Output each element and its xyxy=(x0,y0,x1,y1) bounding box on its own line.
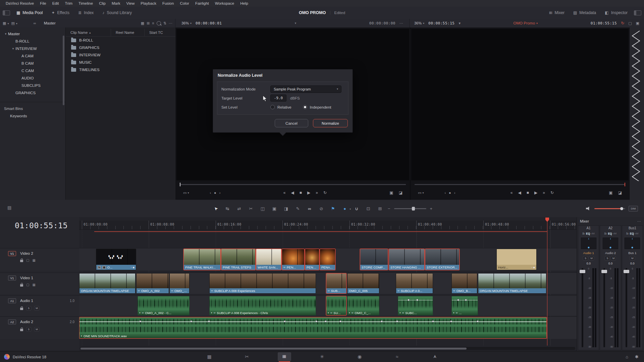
index-button[interactable]: ≣Index xyxy=(74,7,98,19)
media-bin-row-interview[interactable]: INTERVIEW xyxy=(66,51,175,59)
strip-view-icon[interactable]: ▤▾ xyxy=(11,21,17,25)
destination-control-a2[interactable]: A2 xyxy=(8,319,16,324)
timeline-zoom-select[interactable]: 36%▾ xyxy=(414,21,424,25)
video-clip[interactable]: ORGAN MOUNTAIN TIMELAPSE xyxy=(79,273,136,294)
video-clip[interactable]: WHITE SAN... xyxy=(256,249,281,270)
viewer-mode-button[interactable]: ▭ xyxy=(183,191,186,195)
timeline-scrub-bar[interactable] xyxy=(415,184,625,185)
list-view-icon[interactable]: ≡ xyxy=(152,21,154,25)
video-clip[interactable]: ▚▞ ▚▞fx▤O...~ ◆ xyxy=(96,249,136,270)
track-header-a2[interactable]: A2Audio 22.0SM xyxy=(0,316,79,339)
jump-start-button[interactable]: « xyxy=(283,191,286,195)
mute-button[interactable]: M xyxy=(630,256,635,260)
media-pool-button[interactable]: ▦Media Pool xyxy=(12,7,47,19)
keyframe-dot[interactable] xyxy=(450,320,452,322)
stop-button[interactable]: ■ xyxy=(527,191,529,195)
smart-bin-keywords[interactable]: Keywords xyxy=(0,112,65,120)
mute-button[interactable]: M xyxy=(589,256,594,260)
fx-button[interactable]: fx xyxy=(582,232,585,235)
loop-button[interactable]: ↻ xyxy=(323,191,327,195)
menu-fusion[interactable]: Fusion xyxy=(159,1,177,5)
step-back-icon[interactable]: ‹ xyxy=(444,191,446,195)
bin-item-interview[interactable]: ▾INTERVIEW xyxy=(0,45,65,52)
zoom-detail-button[interactable]: ⊡ xyxy=(364,206,372,211)
filmstrip-icon[interactable]: ▦ xyxy=(32,283,35,287)
fader[interactable]: 0-5-10-15-20-25-30-40-50 xyxy=(578,267,599,350)
bin-item-graphics[interactable]: GRAPHICS xyxy=(0,89,65,97)
independent-radio[interactable]: Independent xyxy=(303,105,331,109)
relative-radio[interactable]: Relative xyxy=(270,105,291,109)
audio-clip[interactable]: ●∞... xyxy=(451,296,478,315)
clip-lock-toggle[interactable]: ⊘ xyxy=(317,206,325,211)
solo-button[interactable]: S xyxy=(605,256,610,260)
column-header-reel-name[interactable]: Reel Name xyxy=(111,29,144,36)
video-clip[interactable]: ∞OMO_B... xyxy=(451,273,477,294)
keyframe-dot[interactable] xyxy=(416,299,418,301)
bin-item-b-roll[interactable]: B-ROLL xyxy=(0,38,65,45)
flag-button[interactable]: ⚑ xyxy=(329,206,337,211)
track-header-a1[interactable]: A1Audio 11.0SM xyxy=(0,295,79,316)
bin-root[interactable]: ▾Master xyxy=(0,30,65,38)
destination-control-a1[interactable]: A1 xyxy=(8,298,16,303)
fx-button[interactable]: fx xyxy=(626,232,629,235)
disable-track-icon[interactable]: ▢ xyxy=(26,283,29,287)
source-scrub-playhead[interactable] xyxy=(180,183,180,186)
fader-handle[interactable] xyxy=(580,270,585,273)
sort-order-icon[interactable]: ⇅ xyxy=(163,21,166,25)
project-settings-button[interactable]: ✱ xyxy=(635,354,639,359)
lock-icon[interactable] xyxy=(20,284,23,287)
menu-davinci-resolve[interactable]: DaVinci Resolve xyxy=(3,1,37,5)
mute-button[interactable]: M xyxy=(34,327,39,331)
target-level-input[interactable] xyxy=(270,95,286,102)
pan-control[interactable] xyxy=(624,237,641,250)
menu-playback[interactable]: Playback xyxy=(138,1,159,5)
step-back-icon[interactable]: ‹ xyxy=(210,191,211,195)
timeline-viewer-screen[interactable] xyxy=(411,29,629,180)
video-clip[interactable]: ∞OMO_A_002 xyxy=(136,273,169,294)
video-clip[interactable]: ∞OMO_C_... xyxy=(169,273,190,294)
play-button[interactable]: ▶ xyxy=(307,191,310,195)
video-clip[interactable]: ORGAN MOUNTAIN TIMELAPSE xyxy=(478,273,546,294)
viewer-mode-button[interactable]: ▭ xyxy=(418,191,421,195)
normalization-mode-select[interactable]: Sample Peak Program ▾ xyxy=(270,85,341,93)
audio-clip[interactable]: ●∞SUBC... xyxy=(398,296,433,315)
normalize-button[interactable]: Normalize xyxy=(313,119,348,127)
metadata-button[interactable]: ▤Metadata xyxy=(569,7,600,19)
viewer-layout-icon[interactable]: ▢ xyxy=(628,21,632,25)
eq-button[interactable]: EQ xyxy=(630,232,634,235)
video-clip[interactable]: STORE COMP... xyxy=(360,249,388,270)
bin-item-subclips[interactable]: SUBCLIPS xyxy=(0,82,65,89)
solo-button[interactable]: S xyxy=(26,327,31,331)
step-forward-icon[interactable]: › xyxy=(219,191,221,195)
overwrite-clip-button[interactable]: ▣ xyxy=(270,206,278,211)
audio-clip[interactable]: ●ONE MIN SOUNDTRACK.wav xyxy=(79,317,547,339)
dynamic-trim-tool[interactable]: ⇄ xyxy=(235,206,243,211)
page-media[interactable]: ▦ xyxy=(203,352,216,361)
page-edit[interactable]: ≣ xyxy=(278,352,291,361)
linked-selection-toggle[interactable]: ∞ xyxy=(306,206,314,211)
timeline-name-select[interactable]: OMO Promo▾ xyxy=(465,21,587,25)
eq-button[interactable]: EQ xyxy=(608,232,612,235)
menu-edit[interactable]: Edit xyxy=(49,1,62,5)
page-cut[interactable]: ✂ xyxy=(240,352,254,361)
page-color[interactable]: ◉ xyxy=(353,352,366,361)
razor-tool[interactable]: ✂ xyxy=(247,206,255,211)
fader[interactable]: 0-5-10-15-20-25-30-40-50 xyxy=(600,267,621,350)
snapshot-icon[interactable]: ◪ xyxy=(399,190,402,195)
video-clip[interactable]: ∞PEN... xyxy=(282,249,305,270)
marker-button[interactable]: ●▾ xyxy=(341,206,349,211)
timeline-view-options-button[interactable]: ▤ xyxy=(7,205,11,210)
zoom-out-icon[interactable]: − xyxy=(388,206,390,211)
eq-button[interactable]: EQ xyxy=(586,232,590,235)
search-icon[interactable] xyxy=(157,21,161,25)
thumbnail-view-icon[interactable]: ▦ xyxy=(141,21,144,25)
step-forward-icon[interactable]: › xyxy=(454,191,455,195)
menu-file[interactable]: File xyxy=(37,1,49,5)
media-bin-row-graphics[interactable]: GRAPHICS xyxy=(66,44,175,51)
media-bin-row-music[interactable]: MUSIC xyxy=(66,59,175,66)
media-bin-row-timelines[interactable]: TIMELINES xyxy=(66,66,175,73)
timeline-scrub-playhead[interactable] xyxy=(625,183,625,186)
jump-end-button[interactable]: » xyxy=(543,191,545,195)
menu-color[interactable]: Color xyxy=(177,1,192,5)
video-clip[interactable]: PENA... xyxy=(320,249,335,270)
